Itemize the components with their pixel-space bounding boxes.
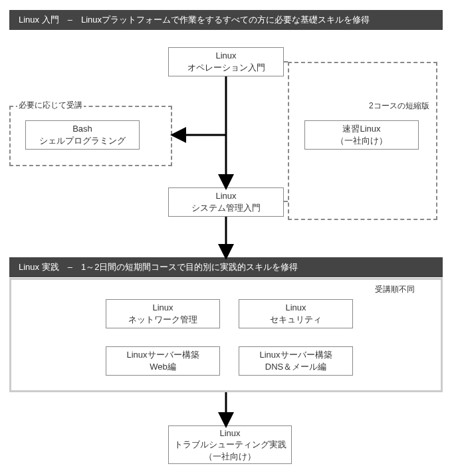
course-line: Linuxサーバー構築 <box>239 349 352 361</box>
label-condensed: 2コースの短縮版 <box>368 100 431 112</box>
label-optional: 必要に応じて受講 <box>17 100 84 111</box>
course-server-dns-mail: Linuxサーバー構築 DNS＆メール編 <box>239 346 353 376</box>
course-line: Web編 <box>106 361 219 373</box>
course-line: （一社向け） <box>169 451 291 463</box>
course-line: 速習Linux <box>305 123 418 135</box>
course-line: シェルプログラミング <box>26 135 139 147</box>
course-line: Linux <box>169 190 283 202</box>
course-linux-operation-intro: Linux オペレーション入門 <box>168 47 284 76</box>
label-anyorder: 受講順不同 <box>374 284 416 295</box>
course-security: Linux セキュリティ <box>239 299 353 328</box>
course-troubleshooting: Linux トラブルシューティング実践 （一社向け） <box>168 425 292 464</box>
course-line: オペレーション入門 <box>169 62 283 74</box>
course-line: Linux <box>169 50 283 62</box>
course-line: ネットワーク管理 <box>106 314 219 326</box>
course-line: Linux <box>239 302 352 314</box>
course-server-web: Linuxサーバー構築 Web編 <box>106 346 220 376</box>
course-line: Linuxサーバー構築 <box>106 349 219 361</box>
course-network-admin: Linux ネットワーク管理 <box>106 299 220 328</box>
course-line: Linux <box>169 427 291 439</box>
course-line: Linux <box>106 302 219 314</box>
course-rapid-linux: 速習Linux （一社向け） <box>304 120 419 150</box>
course-line: DNS＆メール編 <box>239 361 352 373</box>
course-line: （一社向け） <box>305 135 418 147</box>
course-line: セキュリティ <box>239 314 352 326</box>
course-linux-sysadmin-intro: Linux システム管理入門 <box>168 187 284 217</box>
section-header-intro: Linux 入門 – Linuxプラットフォームで作業をするすべての方に必要な基… <box>9 10 443 30</box>
diagram-canvas: Linux 入門 – Linuxプラットフォームで作業をするすべての方に必要な基… <box>0 0 452 476</box>
course-line: システム管理入門 <box>169 202 283 214</box>
section-header-practice: Linux 実践 – 1～2日間の短期間コースで目的別に実践的スキルを修得 <box>9 257 443 277</box>
course-line: トラブルシューティング実践 <box>169 439 291 451</box>
course-bash-shell: Bash シェルプログラミング <box>25 120 140 150</box>
course-line: Bash <box>26 123 139 135</box>
